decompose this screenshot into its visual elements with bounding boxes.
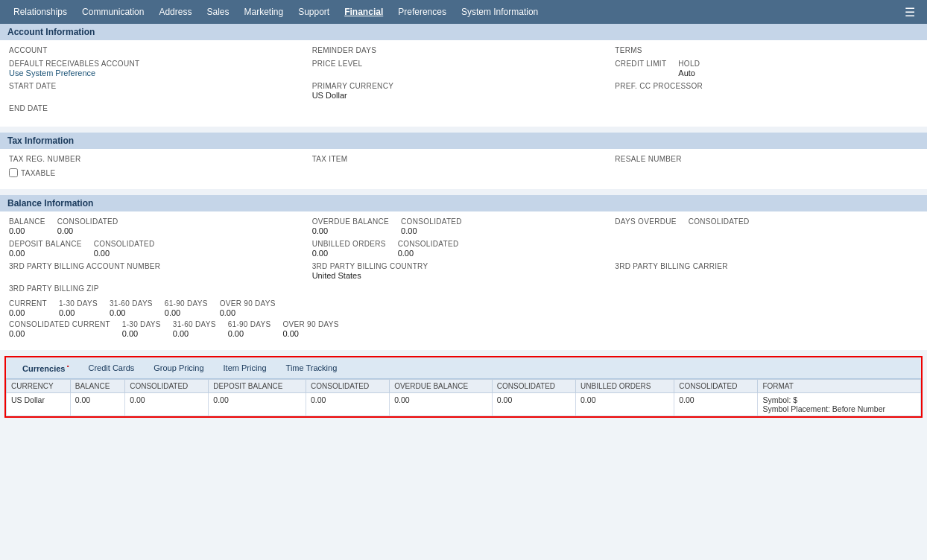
days-over-90-label: OVER 90 DAYS (220, 299, 276, 308)
col-deposit-balance: DEPOSIT BALANCE (209, 379, 306, 392)
currencies-dot: • (65, 363, 69, 369)
balance-consolidated-group: CONSOLIDATED 0.00 (57, 217, 118, 235)
tab-credit-cards[interactable]: Credit Cards (80, 361, 144, 375)
unbilled-orders-group: UNBILLED ORDERS 0.00 (312, 240, 386, 258)
unbilled-consolidated-label: CONSOLIDATED (398, 240, 459, 248)
nav-system-information[interactable]: System Information (454, 2, 545, 22)
tab-item-pricing[interactable]: Item Pricing (215, 361, 276, 375)
overdue-balance-value: 0.00 (312, 226, 389, 235)
days-overdue-consolidated-group: CONSOLIDATED (689, 217, 750, 226)
nav-relationships[interactable]: Relationships (6, 2, 75, 22)
account-row-2: DEFAULT RECEIVABLES ACCOUNT Use System P… (9, 60, 918, 77)
aging-row-1: CURRENT 0.00 1-30 DAYS 0.00 31-60 DAYS 0… (9, 299, 918, 317)
cons-31-60-value: 0.00 (173, 329, 216, 338)
col-currency: CURRENCY (7, 379, 71, 392)
row-balance: 0.00 (70, 392, 124, 416)
balance-inline: BALANCE 0.00 CONSOLIDATED 0.00 (9, 217, 305, 235)
hold-label: HOLD (678, 60, 700, 68)
unbilled-consolidated-value: 0.00 (398, 249, 459, 258)
days-61-90-col: 61-90 DAYS 0.00 (165, 299, 208, 317)
account-label: ACCOUNT (9, 46, 305, 54)
days-31-60-label: 31-60 DAYS (110, 299, 153, 308)
row-format: Symbol: $ Symbol Placement: Before Numbe… (758, 392, 921, 416)
tab-group-pricing[interactable]: Group Pricing (145, 361, 212, 375)
days-over-90-col: OVER 90 DAYS 0.00 (220, 299, 276, 317)
reminder-days-label: REMINDER DAYS (312, 46, 608, 54)
pref-cc-col: PREF. CC PROCESSOR (615, 82, 918, 91)
col-format: FORMAT (758, 379, 921, 392)
unbilled-orders-label: UNBILLED ORDERS (312, 240, 386, 248)
tax-item-col: TAX ITEM (312, 155, 616, 164)
balance-value: 0.00 (9, 226, 45, 235)
account-section-content: ACCOUNT REMINDER DAYS TERMS DEFAULT RECE… (0, 40, 927, 127)
nav-support[interactable]: Support (291, 2, 337, 22)
end-date-label: END DATE (9, 104, 305, 112)
row-deposit-consolidated: 0.00 (306, 392, 389, 416)
tab-currencies[interactable]: Currencies • (13, 360, 78, 375)
account-section: Account Information ACCOUNT REMINDER DAY… (0, 24, 927, 127)
table-row: US Dollar 0.00 0.00 0.00 0.00 0.00 0.00 … (7, 392, 921, 416)
nav-sales[interactable]: Sales (199, 2, 236, 22)
row-overdue-consolidated: 0.00 (492, 392, 575, 416)
currencies-tab-label: Currencies (22, 364, 65, 373)
third-party-zip-label: 3RD PARTY BILLING ZIP (9, 284, 305, 293)
terms-label: TERMS (615, 46, 911, 54)
tab-time-tracking[interactable]: Time Tracking (277, 361, 347, 375)
overdue-consolidated-label: CONSOLIDATED (401, 217, 462, 226)
primary-currency-value: US Dollar (312, 91, 608, 100)
account-row-3: START DATE PRIMARY CURRENCY US Dollar PR… (9, 82, 918, 100)
current-col: CURRENT 0.00 (9, 299, 47, 317)
overdue-balance-col: OVERDUE BALANCE 0.00 CONSOLIDATED 0.00 (312, 217, 616, 235)
row-overdue-balance: 0.00 (390, 392, 493, 416)
third-party-country-label: 3RD PARTY BILLING COUNTRY (312, 262, 608, 270)
cons-current-label: CONSOLIDATED CURRENT (9, 320, 110, 328)
nav-communication[interactable]: Communication (75, 2, 151, 22)
default-recv-col: DEFAULT RECEIVABLES ACCOUNT Use System P… (9, 60, 312, 77)
row-unbilled-orders: 0.00 (576, 392, 674, 416)
pref-cc-label: PREF. CC PROCESSOR (615, 82, 911, 90)
hold-value: Auto (678, 69, 700, 77)
currency-table: CURRENCY BALANCE CONSOLIDATED DEPOSIT BA… (6, 379, 921, 416)
deposit-consolidated-label: CONSOLIDATED (94, 240, 155, 248)
balance-section-content: BALANCE 0.00 CONSOLIDATED 0.00 (0, 211, 927, 350)
reminder-days-col: REMINDER DAYS (312, 46, 616, 55)
cons-61-90-col: 61-90 DAYS 0.00 (228, 320, 271, 338)
taxable-checkbox[interactable] (9, 168, 18, 177)
deposit-consolidated-group: CONSOLIDATED 0.00 (94, 240, 155, 258)
terms-col: TERMS (615, 46, 918, 55)
cons-61-90-value: 0.00 (228, 329, 271, 338)
nav-marketing[interactable]: Marketing (236, 2, 291, 22)
hold-group: HOLD Auto (678, 60, 700, 77)
balance-group: BALANCE 0.00 (9, 217, 45, 235)
row-currency: US Dollar (7, 392, 71, 416)
balance-label: BALANCE (9, 217, 45, 226)
nav-preferences[interactable]: Preferences (390, 2, 454, 22)
start-date-label: START DATE (9, 82, 305, 90)
cons-31-60-label: 31-60 DAYS (173, 320, 216, 328)
credit-limit-group: CREDIT LIMIT (615, 60, 666, 69)
days-1-30-col: 1-30 DAYS 0.00 (59, 299, 98, 317)
cons-over-90-label: OVER 90 DAYS (283, 320, 339, 328)
tax-section-content: TAX REG. NUMBER TAX ITEM RESALE NUMBER T… (0, 149, 927, 189)
nav-menu-icon[interactable]: ☰ (899, 2, 921, 22)
col-balance: BALANCE (70, 379, 124, 392)
nav-address[interactable]: Address (151, 2, 199, 22)
cons-over-90-col: OVER 90 DAYS 0.00 (283, 320, 339, 338)
third-party-carrier-label: 3RD PARTY BILLING CARRIER (615, 262, 911, 270)
overdue-inline: OVERDUE BALANCE 0.00 CONSOLIDATED 0.00 (312, 217, 608, 235)
cons-61-90-label: 61-90 DAYS (228, 320, 271, 328)
days-31-60-col: 31-60 DAYS 0.00 (110, 299, 153, 317)
row-deposit-balance: 0.00 (209, 392, 306, 416)
current-value: 0.00 (9, 308, 47, 317)
unbilled-inline: UNBILLED ORDERS 0.00 CONSOLIDATED 0.00 (312, 240, 608, 258)
col-unbilled-orders: UNBILLED ORDERS (576, 379, 674, 392)
nav-financial[interactable]: Financial (337, 2, 390, 22)
unbilled-consolidated-group: CONSOLIDATED 0.00 (398, 240, 459, 258)
days-1-30-label: 1-30 DAYS (59, 299, 98, 308)
days-61-90-value: 0.00 (165, 308, 208, 317)
cons-over-90-value: 0.00 (283, 329, 339, 338)
col-deposit-consolidated: CONSOLIDATED (306, 379, 389, 392)
use-sys-pref-link[interactable]: Use System Preference (9, 69, 95, 77)
account-section-header: Account Information (0, 24, 927, 40)
balance-consolidated-value: 0.00 (57, 226, 118, 235)
